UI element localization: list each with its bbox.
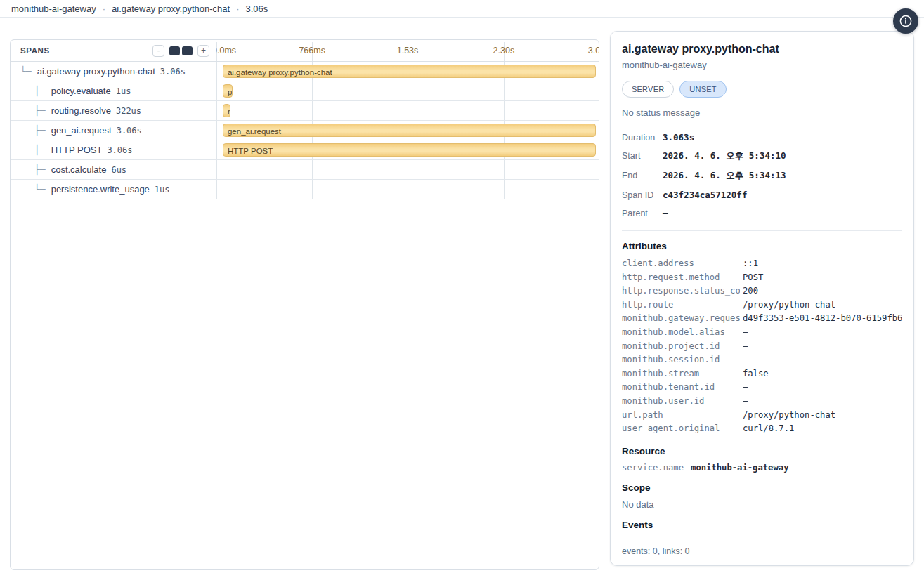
span-bar-label: routing.resolve (223, 106, 230, 117)
resource-value: monithub-ai-gateway (691, 463, 788, 473)
attribute-row: url.path /proxy/python-chat (622, 409, 902, 423)
scope-heading: Scope (622, 482, 902, 493)
attribute-row: monithub.user.id – (622, 395, 902, 409)
span-unset-badge: UNSET (679, 81, 726, 98)
attribute-key: monithub.user.id (622, 395, 740, 409)
span-track (216, 180, 599, 199)
status-message: No status message (622, 107, 902, 118)
attribute-row: http.route /proxy/python-chat (622, 298, 902, 312)
span-bar-label: ai.gateway proxy.python-chat (223, 67, 337, 78)
tree-connector-icon: ├─ (34, 86, 46, 96)
attributes-heading: Attributes (622, 241, 902, 251)
events-links-summary: events: 0, links: 0 (611, 539, 913, 565)
events-heading: Events (622, 520, 902, 530)
span-duration: 3.06s (160, 67, 186, 77)
attribute-key: monithub.model.alias (622, 326, 740, 340)
breadcrumb-item: 3.06s (246, 4, 268, 14)
field-value: 2026. 4. 6. 오후 5:34:13 (663, 170, 786, 182)
tree-connector-icon: ├─ (34, 125, 46, 136)
attribute-key: url.path (622, 409, 740, 423)
span-row[interactable]: └─ ai.gateway proxy.python-chat 3.06s ai… (11, 62, 599, 81)
span-track: HTTP POST (216, 140, 599, 159)
attribute-value: d49f3353-e501-4812-b070-6159fb67fd82 (743, 312, 902, 326)
span-track: policy.evaluate (216, 81, 599, 100)
zoom-in-button[interactable]: + (197, 45, 209, 57)
attribute-key: client.address (622, 257, 740, 271)
span-bar[interactable]: HTTP POST (223, 143, 596, 157)
span-row[interactable]: ├─ routing.resolve 322us routing.resolve (11, 101, 599, 121)
attribute-row: monithub.model.alias – (622, 326, 902, 340)
attribute-row: user_agent.original curl/8.7.1 (622, 422, 902, 436)
section-divider (622, 230, 902, 231)
span-row[interactable]: └─ persistence.write_usage 1us (11, 180, 599, 199)
span-name: policy.evaluate (51, 86, 111, 96)
detail-field: Duration 3.063s (622, 128, 902, 146)
breadcrumb: monithub-ai-gateway·ai.gateway proxy.pyt… (0, 0, 924, 18)
timeline-gridline (599, 62, 599, 199)
axis-tick-label: 766ms (299, 46, 325, 55)
span-row[interactable]: ├─ cost.calculate 6us (11, 160, 599, 180)
attribute-row: monithub.session.id – (622, 353, 902, 367)
attribute-key: http.route (622, 298, 740, 312)
resource-heading: Resource (622, 446, 902, 456)
field-label: End (622, 171, 663, 180)
attribute-value: POST (743, 271, 902, 285)
zoom-level-indicator[interactable] (169, 46, 193, 55)
attribute-row: monithub.stream false (622, 367, 902, 381)
span-bar[interactable]: policy.evaluate (223, 84, 233, 98)
detail-field: Parent – (622, 204, 902, 222)
tree-connector-icon: └─ (20, 66, 32, 77)
zoom-level-block (182, 46, 193, 55)
attribute-value: – (743, 353, 902, 367)
spans-panel: SPANS - + 0.0ms 766ms 1.53s 2.30s 3.06s … (10, 39, 599, 570)
axis-tick: 766ms (312, 42, 313, 61)
span-track: routing.resolve (216, 101, 599, 120)
span-bar-label: gen_ai.request (223, 126, 285, 137)
attribute-value: /proxy/python-chat (743, 409, 902, 423)
tree-connector-icon: ├─ (34, 105, 46, 116)
span-title: ai.gateway proxy.python-chat (622, 43, 902, 55)
attribute-value: /proxy/python-chat (743, 298, 902, 312)
span-bar[interactable]: ai.gateway proxy.python-chat (223, 65, 596, 78)
span-name: persistence.write_usage (51, 184, 150, 195)
attribute-value: – (743, 340, 902, 354)
field-label: Start (622, 151, 663, 161)
field-value: 2026. 4. 6. 오후 5:34:10 (663, 150, 786, 162)
span-bar[interactable]: gen_ai.request (223, 124, 596, 137)
span-track: ai.gateway proxy.python-chat (216, 62, 599, 81)
span-duration: 1us (155, 185, 170, 195)
span-track (216, 160, 599, 179)
axis-tick-label: 2.30s (493, 46, 515, 55)
attribute-value: curl/8.7.1 (743, 422, 902, 436)
breadcrumb-item[interactable]: monithub-ai-gateway (11, 4, 96, 14)
timeline-zoom-controls: - + (152, 45, 209, 57)
axis-tick-label: 3.06s (588, 46, 599, 55)
zoom-out-button[interactable]: - (152, 45, 164, 57)
axis-tick: 1.53s (408, 42, 408, 61)
info-button[interactable] (893, 8, 918, 34)
span-row[interactable]: ├─ gen_ai.request 3.06s gen_ai.request (11, 121, 599, 140)
span-row[interactable]: ├─ policy.evaluate 1us policy.evaluate (11, 81, 599, 101)
span-bar-label: policy.evaluate (223, 86, 233, 98)
span-name: gen_ai.request (51, 125, 112, 136)
axis-tick-label: 1.53s (397, 46, 419, 55)
attribute-row: http.request.method POST (622, 271, 902, 285)
attribute-value: false (743, 367, 902, 381)
span-detail-panel: ai.gateway proxy.python-chat monithub-ai… (610, 31, 914, 566)
attribute-key: monithub.project.id (622, 340, 740, 354)
axis-tick: 2.30s (504, 42, 505, 61)
attribute-key: user_agent.original (622, 422, 740, 436)
attribute-value: – (743, 326, 902, 340)
resource-key: service.name (622, 463, 684, 473)
span-duration: 6us (111, 165, 126, 175)
span-row[interactable]: ├─ HTTP POST 3.06s HTTP POST (11, 140, 599, 160)
attribute-row: monithub.gateway.reques… d49f3353-e501-4… (622, 312, 902, 326)
detail-field: Span ID c43f234ca57120ff (622, 185, 902, 204)
span-bar[interactable]: routing.resolve (223, 104, 230, 117)
scope-empty-text: No data (622, 499, 902, 510)
breadcrumb-item[interactable]: ai.gateway proxy.python-chat (112, 4, 230, 14)
field-value: – (663, 208, 668, 218)
span-duration: 1us (116, 86, 131, 96)
breadcrumb-separator: · (103, 4, 105, 14)
attribute-value: ::1 (743, 257, 902, 271)
